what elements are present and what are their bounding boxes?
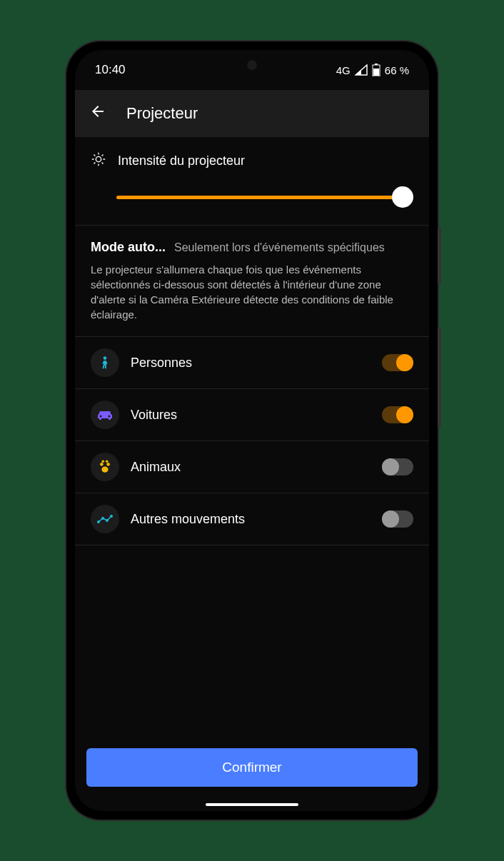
mode-section[interactable]: Mode auto... Seulement lors d'événements…	[75, 226, 429, 337]
row-animals: Animaux	[75, 441, 429, 493]
slider-track	[116, 196, 413, 199]
person-icon	[91, 348, 119, 377]
status-time: 10:40	[95, 63, 126, 77]
svg-point-16	[106, 463, 110, 466]
toggle-knob	[382, 510, 399, 528]
intensity-section: Intensité du projecteur	[75, 137, 429, 226]
svg-point-15	[100, 463, 104, 466]
svg-point-13	[100, 416, 102, 418]
intensity-slider[interactable]	[116, 186, 413, 208]
nav-bar[interactable]	[75, 798, 429, 811]
battery-label: 66 %	[385, 64, 409, 76]
toggle-persons[interactable]	[382, 354, 413, 371]
svg-point-19	[101, 467, 108, 473]
screen: 10:40 4G 66 % Projecteur	[75, 50, 429, 811]
app-bar: Projecteur	[75, 90, 429, 137]
intensity-header: Intensité du projecteur	[91, 151, 413, 171]
power-button	[438, 227, 441, 284]
toggle-knob	[396, 354, 413, 371]
svg-rect-2	[373, 69, 379, 76]
toggle-animals[interactable]	[382, 458, 413, 475]
toggle-knob	[382, 458, 399, 475]
page-title: Projecteur	[126, 104, 198, 123]
row-other: Autres mouvements	[75, 493, 429, 545]
row-label: Personnes	[131, 356, 371, 371]
camera-notch	[247, 60, 257, 70]
back-button[interactable]	[89, 103, 106, 124]
nav-pill	[206, 803, 298, 806]
row-label: Autres mouvements	[131, 512, 371, 527]
svg-line-9	[102, 163, 104, 164]
svg-point-14	[109, 416, 111, 418]
svg-line-11	[102, 154, 104, 156]
car-icon	[91, 401, 119, 429]
signal-icon	[355, 64, 368, 76]
brightness-icon	[91, 151, 106, 171]
paw-icon	[91, 453, 119, 481]
row-persons: Personnes	[75, 337, 429, 389]
mode-subtitle: Seulement lors d'événements spécifiques	[174, 241, 385, 254]
toggle-other[interactable]	[382, 510, 413, 528]
toggle-knob	[396, 406, 413, 423]
mode-title: Mode auto...	[91, 240, 166, 255]
svg-point-18	[106, 460, 109, 463]
svg-line-10	[94, 163, 95, 164]
mode-description: Le projecteur s'allumera chaque fois que…	[91, 262, 413, 322]
status-right: 4G 66 %	[336, 64, 409, 76]
svg-line-8	[94, 154, 95, 156]
status-bar: 10:40 4G 66 %	[75, 50, 429, 90]
intensity-label: Intensité du projecteur	[118, 153, 245, 168]
svg-point-3	[96, 156, 101, 161]
row-label: Voitures	[131, 408, 371, 423]
svg-point-17	[101, 460, 104, 463]
footer: Confirmer	[75, 737, 429, 798]
slider-thumb[interactable]	[392, 186, 413, 208]
arrow-left-icon	[89, 103, 106, 120]
volume-button	[438, 327, 441, 427]
phone-frame: 10:40 4G 66 % Projecteur	[66, 41, 438, 820]
row-label: Animaux	[131, 460, 371, 475]
motion-icon	[91, 505, 119, 533]
toggle-cars[interactable]	[382, 406, 413, 423]
confirm-button[interactable]: Confirmer	[86, 748, 418, 787]
network-label: 4G	[336, 64, 351, 76]
row-cars: Voitures	[75, 389, 429, 441]
svg-point-12	[104, 356, 107, 360]
content: Intensité du projecteur Mode auto... Seu…	[75, 137, 429, 737]
battery-icon	[372, 64, 380, 76]
